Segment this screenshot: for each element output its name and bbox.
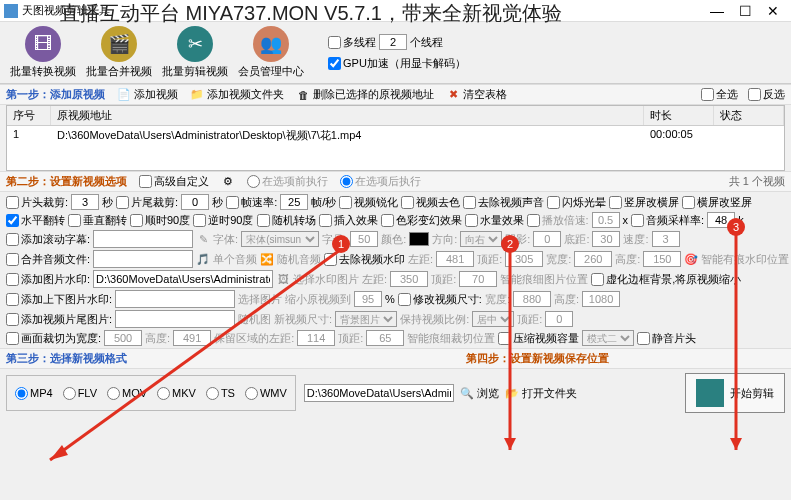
remove-watermark-checkbox[interactable]: 去除视频水印: [324, 252, 405, 267]
crop-checkbox[interactable]: 画面裁切为宽度:: [6, 331, 101, 346]
before-radio[interactable]: 在选项前执行: [247, 174, 328, 189]
newsize-select[interactable]: 背景图片: [335, 311, 397, 327]
mod-width-input[interactable]: [513, 291, 551, 307]
topbot-img-checkbox[interactable]: 添加上下图片水印:: [6, 292, 112, 307]
clear-table-button[interactable]: ✖清空表格: [446, 87, 507, 102]
ccw90-checkbox[interactable]: 逆时90度: [193, 213, 253, 228]
random-transition-checkbox[interactable]: 随机转场: [257, 213, 316, 228]
format-ts[interactable]: TS: [206, 387, 235, 400]
multithread-checkbox[interactable]: 多线程: [328, 35, 376, 50]
tail-cut-checkbox[interactable]: 片尾裁剪:: [116, 195, 178, 210]
open-folder-button[interactable]: 📂打开文件夹: [505, 386, 577, 401]
flash-checkbox[interactable]: 闪烁光晕: [547, 195, 606, 210]
shadow-input[interactable]: [533, 231, 561, 247]
color-shift-checkbox[interactable]: 色彩变幻效果: [381, 213, 462, 228]
img-left-input[interactable]: [390, 271, 428, 287]
top-dist-input[interactable]: [545, 311, 573, 327]
advanced-checkbox[interactable]: 高级自定义: [139, 174, 209, 189]
add-folder-button[interactable]: 📁添加视频文件夹: [190, 87, 284, 102]
maximize-button[interactable]: ☐: [731, 1, 759, 21]
gpu-checkbox[interactable]: GPU加速（用显卡解码）: [328, 56, 466, 71]
select-img-button[interactable]: 选择图片: [238, 292, 282, 307]
clip-path-input[interactable]: [115, 310, 235, 328]
hflip-checkbox[interactable]: 水平翻转: [6, 213, 65, 228]
compress-checkbox[interactable]: 压缩视频容量: [498, 331, 579, 346]
ratio-select[interactable]: 居中: [472, 311, 514, 327]
add-video-button[interactable]: 📄添加视频: [117, 87, 178, 102]
mute-checkbox[interactable]: 去除视频声音: [463, 195, 544, 210]
head-cut-checkbox[interactable]: 片头裁剪:: [6, 195, 68, 210]
mod-size-checkbox[interactable]: 修改视频尺寸:: [398, 292, 482, 307]
smart-crop-button[interactable]: 智能痕细裁切位置: [407, 331, 495, 346]
format-mkv[interactable]: MKV: [157, 387, 196, 400]
fps-input[interactable]: [280, 194, 308, 210]
wm-left-input[interactable]: [436, 251, 474, 267]
fontsize-input[interactable]: [350, 231, 378, 247]
vflip-checkbox[interactable]: 垂直翻转: [68, 213, 127, 228]
speed-input[interactable]: [592, 212, 620, 228]
browse-button[interactable]: 🔍浏览: [460, 386, 499, 401]
img-top-input[interactable]: [459, 271, 497, 287]
insert-fx-checkbox[interactable]: 插入效果: [319, 213, 378, 228]
v2h-checkbox[interactable]: 竖屏改横屏: [609, 195, 679, 210]
mod-height-input[interactable]: [582, 291, 620, 307]
merge-audio-checkbox[interactable]: 合并音频文件:: [6, 252, 90, 267]
font-select[interactable]: 宋体(simsun: [241, 231, 319, 247]
single-audio-button[interactable]: 🎵单个音频: [196, 252, 257, 267]
member-center-button[interactable]: 👥 会员管理中心: [236, 26, 306, 79]
format-flv[interactable]: FLV: [63, 387, 97, 400]
cw90-checkbox[interactable]: 顺时90度: [130, 213, 190, 228]
bottom-input[interactable]: [592, 231, 620, 247]
keep-left-input[interactable]: [297, 330, 335, 346]
thread-count-input[interactable]: [379, 34, 407, 50]
h2v-checkbox[interactable]: 横屏改竖屏: [682, 195, 752, 210]
batch-convert-button[interactable]: 🎞 批量转换视频: [8, 26, 78, 79]
mode-select[interactable]: 模式二: [582, 330, 634, 346]
color-picker[interactable]: [409, 232, 429, 246]
crop-height-input[interactable]: [173, 330, 211, 346]
direction-select[interactable]: 向右: [460, 231, 502, 247]
after-radio[interactable]: 在选项后执行: [340, 174, 421, 189]
head-cut-input[interactable]: [71, 194, 99, 210]
audio-path-input[interactable]: [93, 250, 193, 268]
wm-top-input[interactable]: [505, 251, 543, 267]
delete-selected-button[interactable]: 🗑删除已选择的原视频地址: [296, 87, 434, 102]
add-clip-checkbox[interactable]: 添加视频片尾图片:: [6, 312, 112, 327]
wm-image-path[interactable]: [93, 270, 273, 288]
speed-sub-input[interactable]: [652, 231, 680, 247]
scroll-subtitle-checkbox[interactable]: 添加滚动字幕:: [6, 232, 90, 247]
samplerate-checkbox[interactable]: 音频采样率:: [631, 213, 704, 228]
gear-icon[interactable]: ⚙: [221, 175, 235, 189]
format-mp4[interactable]: MP4: [15, 387, 53, 400]
keep-top-input[interactable]: [366, 330, 404, 346]
minimize-button[interactable]: —: [703, 1, 731, 21]
start-clip-button[interactable]: 开始剪辑: [685, 373, 785, 413]
overlay-fx-checkbox[interactable]: 水量效果: [465, 213, 524, 228]
wm-width-input[interactable]: [574, 251, 612, 267]
image-watermark-checkbox[interactable]: 添加图片水印:: [6, 272, 90, 287]
smart-wm-button[interactable]: 🎯智能有痕水印位置: [684, 252, 789, 267]
random-audio-button[interactable]: 🔀随机音频: [260, 252, 321, 267]
close-button[interactable]: ✕: [759, 1, 787, 21]
save-path-input[interactable]: [304, 384, 454, 402]
quiet-head-checkbox[interactable]: 静音片头: [637, 331, 696, 346]
format-wmv[interactable]: WMV: [245, 387, 287, 400]
blur-bg-checkbox[interactable]: 虚化边框背景,将原视频缩小: [591, 272, 741, 287]
shrink-input[interactable]: [354, 291, 382, 307]
select-all-checkbox[interactable]: 全选: [701, 87, 738, 102]
tail-cut-input[interactable]: [181, 194, 209, 210]
topbot-path-input[interactable]: [115, 290, 235, 308]
table-row[interactable]: 1 D:\360MoveData\Users\Administrator\Des…: [7, 126, 784, 145]
smart-img-button[interactable]: 智能痕细图片位置: [500, 272, 588, 287]
random-img-button[interactable]: 随机图: [238, 312, 271, 327]
batch-merge-button[interactable]: 🎬 批量合并视频: [84, 26, 154, 79]
edit-icon[interactable]: ✎: [196, 232, 210, 246]
subtitle-input[interactable]: [93, 230, 193, 248]
format-mov[interactable]: MOV: [107, 387, 147, 400]
decolor-checkbox[interactable]: 视频去色: [401, 195, 460, 210]
invert-selection-checkbox[interactable]: 反选: [748, 87, 785, 102]
speed-checkbox[interactable]: 播放倍速:: [527, 213, 589, 228]
batch-clip-button[interactable]: ✂ 批量剪辑视频: [160, 26, 230, 79]
select-wm-image-button[interactable]: 🖼选择水印图片: [276, 272, 359, 287]
sharpen-checkbox[interactable]: 视频锐化: [339, 195, 398, 210]
